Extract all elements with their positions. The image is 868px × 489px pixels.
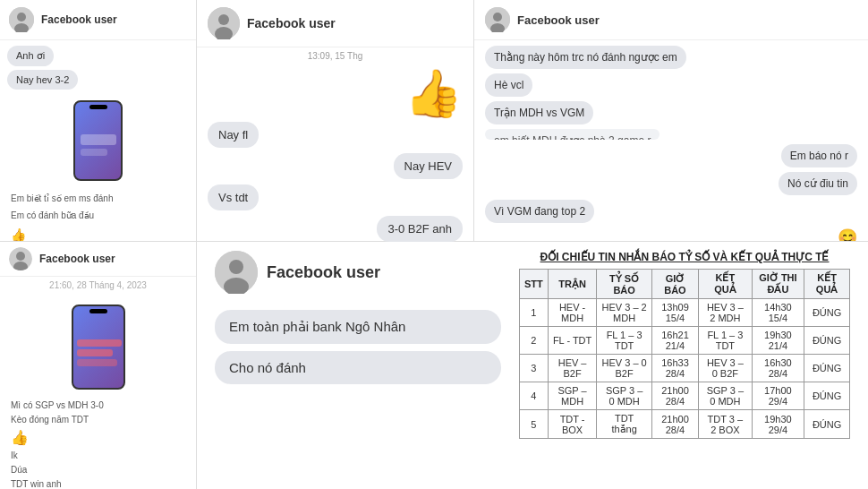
table-header: STT bbox=[520, 270, 549, 299]
like-icon: 👍 bbox=[11, 227, 26, 241]
avatar bbox=[208, 7, 240, 39]
table-cell: HEV – B2F bbox=[548, 355, 597, 382]
list-item: Em có đánh bữa đầu bbox=[7, 209, 189, 222]
table-header: TRẬN bbox=[548, 270, 597, 299]
table-cell: TDT thắng bbox=[597, 410, 651, 439]
table-row: 5TDT - BOXTDT thắng21h00 28/4TDT 3 – 2 B… bbox=[520, 410, 850, 439]
table-header: TỶ SỐ BÁO bbox=[597, 270, 651, 299]
list-item: Em biết tỉ số em ms đánh bbox=[7, 192, 189, 205]
svg-point-1 bbox=[17, 13, 26, 21]
table-cell: HEV 3 – 0 B2F bbox=[699, 355, 753, 382]
list-item: Cho nó đánh bbox=[215, 351, 501, 384]
bottom-left-chat: Mì có SGP vs MDH 3-0 Kèo đóng năm TDT 👍 … bbox=[0, 294, 196, 489]
list-item: em biết MDH được nhà 2 game r bbox=[485, 129, 660, 140]
table-header: GIỜ THI ĐẤU bbox=[752, 270, 804, 299]
table-cell: 4 bbox=[520, 382, 549, 410]
bottom-left-header: Facebook user bbox=[0, 242, 196, 277]
bottom-chat-section: Facebook user Em toàn phải bank Ngô Nhân… bbox=[215, 251, 501, 358]
table-header: KẾT QUẢ bbox=[699, 270, 753, 299]
svg-point-7 bbox=[493, 13, 502, 21]
avatar bbox=[485, 7, 510, 32]
avatar bbox=[9, 7, 34, 32]
timestamp: 13:09, 15 Thg bbox=[197, 47, 473, 64]
phone-screenshot bbox=[72, 305, 125, 390]
table-cell: 17h00 29/4 bbox=[752, 382, 804, 410]
list-item: Thằng này hôm trc nó đánh ngược em bbox=[485, 46, 686, 69]
top-left-header: Facebook user bbox=[0, 0, 196, 40]
top-left-panel: Facebook user Anh ơi Nay hev 3-2 Em biết… bbox=[0, 0, 197, 241]
table-row: 2FL - TDTFL 1 – 3 TDT16h21 21/4FL 1 – 3 … bbox=[520, 327, 850, 355]
top-middle-header: Facebook user bbox=[197, 0, 473, 47]
table-cell: FL 1 – 3 TDT bbox=[597, 327, 651, 355]
top-right-header: Facebook user bbox=[474, 0, 868, 40]
bottom-right-panel: Facebook user Em toàn phải bank Ngô Nhân… bbox=[197, 242, 868, 489]
svg-point-13 bbox=[229, 260, 243, 274]
top-middle-panel: Facebook user 13:09, 15 Thg 👍 Nay fl Nay… bbox=[197, 0, 474, 241]
table-cell: ĐÚNG bbox=[804, 355, 850, 382]
list-item: Ik bbox=[7, 450, 189, 461]
table-header: GIỜ BÁO bbox=[651, 270, 698, 299]
table-cell: FL - TDT bbox=[548, 327, 597, 355]
table-cell: SGP 3 – 0 MDH bbox=[597, 382, 651, 410]
table-row: 3HEV – B2FHEV 3 – 0 B2F16h33 28/4HEV 3 –… bbox=[520, 355, 850, 382]
list-item: Vs tdt bbox=[208, 184, 259, 210]
table-header: KẾT QUẢ bbox=[804, 270, 850, 299]
table-title: ĐỐI CHIẾU TIN NHẮN BÁO TỶ SỐ VÀ KẾT QUẢ … bbox=[519, 251, 850, 263]
table-cell: 16h30 28/4 bbox=[752, 355, 804, 382]
list-item: TDT win anh bbox=[7, 478, 189, 489]
middle-username: Facebook user bbox=[247, 16, 336, 30]
big-chat-bubbles: Em toàn phải bank Ngô Nhân Cho nó đánh bbox=[215, 310, 501, 384]
list-item: Anh ơi bbox=[7, 46, 54, 66]
timestamp: 21:60, 28 Tháng 4, 2023 bbox=[0, 277, 196, 294]
table-cell: HEV 3 – 0 B2F bbox=[597, 355, 651, 382]
table-cell: HEV 3 – 2 MDH bbox=[597, 299, 651, 327]
table-cell: 16h33 28/4 bbox=[651, 355, 698, 382]
table-cell: TDT 3 – 2 BOX bbox=[699, 410, 753, 439]
thumb-icon: 👍 bbox=[404, 70, 463, 116]
left-panel-username: Facebook user bbox=[41, 13, 117, 26]
table-cell: SGP – MDH bbox=[548, 382, 597, 410]
svg-point-10 bbox=[16, 252, 25, 261]
like-icon: 👍 bbox=[7, 428, 189, 447]
avatar bbox=[215, 251, 258, 294]
table-cell: SGP 3 – 0 MDH bbox=[699, 382, 753, 410]
list-item: 3-0 B2F anh bbox=[377, 216, 463, 242]
table-cell: ĐÚNG bbox=[804, 410, 850, 439]
table-cell: TDT - BOX bbox=[548, 410, 597, 439]
table-cell: 19h30 21/4 bbox=[752, 327, 804, 355]
top-left-chat: Anh ơi Nay hev 3-2 Em biết tỉ số em ms đ… bbox=[0, 40, 196, 241]
table-cell: 14h30 15/4 bbox=[752, 299, 804, 327]
table-cell: FL 1 – 3 TDT bbox=[699, 327, 753, 355]
list-item: Nay HEV bbox=[394, 153, 463, 179]
table-cell: 21h00 28/4 bbox=[651, 410, 698, 439]
emoji: 😊 bbox=[838, 227, 857, 241]
list-item: Kèo đóng năm TDT bbox=[7, 414, 189, 425]
table-cell: 21h00 28/4 bbox=[651, 382, 698, 410]
top-right-panel: Facebook user Thằng này hôm trc nó đánh … bbox=[474, 0, 868, 241]
fb-user-block: Facebook user bbox=[215, 251, 501, 294]
table-cell: 2 bbox=[520, 327, 549, 355]
bottom-left-panel: Facebook user 21:60, 28 Tháng 4, 2023 Mì… bbox=[0, 242, 197, 489]
list-item: Nay hev 3-2 bbox=[7, 70, 78, 90]
table-section: ĐỐI CHIẾU TIN NHẮN BÁO TỶ SỐ VÀ KẾT QUẢ … bbox=[519, 251, 850, 358]
table-row: 1HEV - MDHHEV 3 – 2 MDH13h09 15/4HEV 3 –… bbox=[520, 299, 850, 327]
table-row: 4SGP – MDHSGP 3 – 0 MDH21h00 28/4SGP 3 –… bbox=[520, 382, 850, 410]
table-cell: HEV 3 – 2 MDH bbox=[699, 299, 753, 327]
list-item: Nay fl bbox=[208, 122, 259, 148]
list-item: Trận MDH vs VGM bbox=[485, 101, 593, 124]
list-item: Em báo nó r bbox=[781, 144, 857, 167]
table-cell: HEV - MDH bbox=[548, 299, 597, 327]
match-table: STT TRẬN TỶ SỐ BÁO GIỜ BÁO KẾT QUẢ GIỜ T… bbox=[519, 269, 850, 439]
table-cell: 3 bbox=[520, 355, 549, 382]
table-cell: 1 bbox=[520, 299, 549, 327]
right-username: Facebook user bbox=[517, 13, 600, 27]
table-cell: ĐÚNG bbox=[804, 299, 850, 327]
table-cell: ĐÚNG bbox=[804, 327, 850, 355]
like-area: 👍 bbox=[7, 226, 189, 241]
list-item: Em toàn phải bank Ngô Nhân bbox=[215, 310, 501, 344]
table-cell: 19h30 29/4 bbox=[752, 410, 804, 439]
bottom-right-top: Facebook user Em toàn phải bank Ngô Nhân… bbox=[215, 251, 850, 358]
avatar bbox=[9, 247, 32, 270]
list-item: Vì VGM đang top 2 bbox=[485, 200, 594, 223]
table-cell: 5 bbox=[520, 410, 549, 439]
